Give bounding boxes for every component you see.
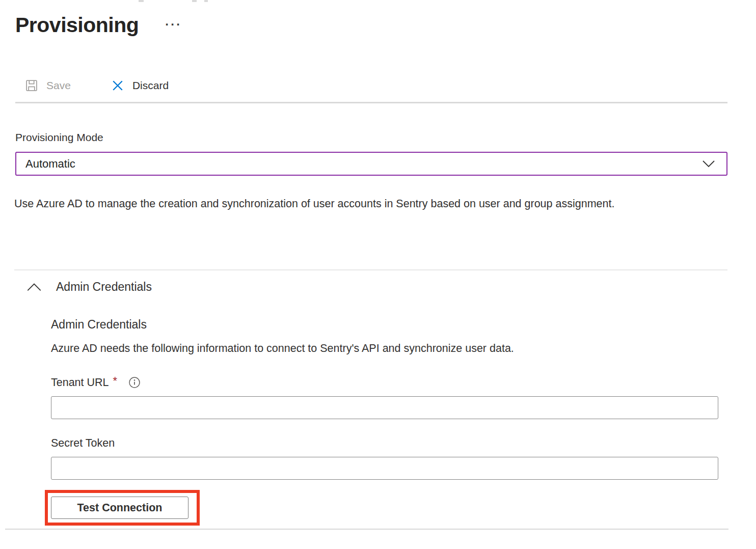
section-divider	[14, 269, 727, 270]
page-title: Provisioning	[15, 10, 139, 40]
toolbar-divider	[15, 102, 727, 103]
toolbar: Save Discard	[15, 74, 178, 97]
discard-button-label: Discard	[132, 79, 169, 92]
tenant-url-label: Tenant URL	[51, 376, 109, 389]
secret-token-label-row: Secret Token	[51, 437, 115, 450]
admin-credentials-heading: Admin Credentials	[51, 318, 147, 332]
title-row: Provisioning ···	[15, 10, 182, 40]
secret-token-input[interactable]	[51, 457, 718, 480]
discard-icon	[111, 78, 125, 93]
admin-credentials-accordion[interactable]: Admin Credentials	[26, 280, 152, 294]
bottom-divider	[5, 529, 728, 530]
save-button-label: Save	[46, 79, 71, 92]
tenant-url-input[interactable]	[51, 396, 718, 419]
secret-token-label: Secret Token	[51, 437, 115, 450]
required-marker: *	[113, 374, 118, 388]
clipped-text-remnant	[192, 0, 197, 2]
clipped-text-remnant	[204, 0, 208, 2]
discard-button[interactable]: Discard	[101, 74, 178, 97]
save-button[interactable]: Save	[15, 74, 80, 97]
chevron-up-icon	[26, 283, 42, 292]
test-connection-button[interactable]: Test Connection	[51, 497, 188, 519]
more-actions-button[interactable]: ···	[165, 14, 182, 35]
info-icon[interactable]	[128, 376, 141, 389]
admin-credentials-description: Azure AD needs the following information…	[51, 342, 662, 355]
tenant-url-label-row: Tenant URL *	[51, 376, 141, 389]
chevron-down-icon	[702, 160, 715, 168]
provisioning-mode-value: Automatic	[25, 157, 75, 171]
accordion-label: Admin Credentials	[56, 280, 152, 294]
provisioning-mode-label: Provisioning Mode	[15, 131, 103, 144]
provisioning-mode-description: Use Azure AD to manage the creation and …	[14, 194, 682, 214]
provisioning-mode-dropdown[interactable]: Automatic	[15, 152, 727, 176]
save-icon	[24, 78, 39, 93]
clipped-text-remnant	[139, 0, 144, 2]
